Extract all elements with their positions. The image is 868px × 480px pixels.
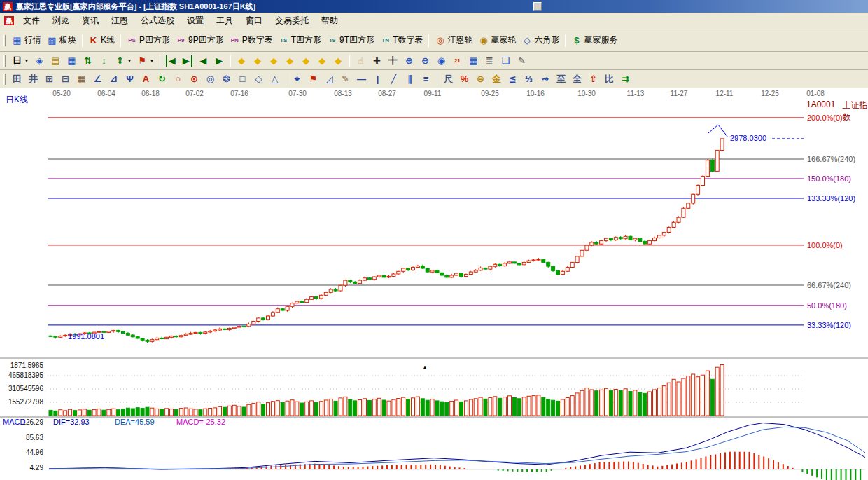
volume-bar[interactable] [295,402,299,416]
candle-body[interactable] [290,303,294,307]
volume-bar[interactable] [257,402,260,416]
candle-body[interactable] [267,316,270,320]
candle-body[interactable] [189,334,192,334]
volume-bar[interactable] [552,400,555,416]
volume-bar[interactable] [498,398,502,416]
candle-body[interactable] [450,275,454,277]
volume-bar[interactable] [542,397,545,416]
candle-body[interactable] [696,185,700,194]
p-square-9-button[interactable]: P99P四方形 [174,33,226,48]
volume-bar[interactable] [319,402,323,416]
period-label[interactable]: 日K线 [6,94,28,106]
candle-body[interactable] [218,329,222,330]
volume-bar[interactable] [430,399,434,416]
candle-body[interactable] [687,203,690,208]
text-note-button[interactable]: A [139,72,153,86]
candle-body[interactable] [412,268,415,270]
candle-body[interactable] [715,150,719,171]
volume-bar[interactable] [339,398,342,416]
cursor-cross-button[interactable]: 十 [386,54,400,68]
menu-tools[interactable]: 工具 [210,12,239,29]
horizontal-line-button[interactable]: ― [354,72,369,86]
volume-bar[interactable] [218,406,222,416]
volume-bar[interactable] [349,399,352,416]
volume-bar[interactable] [242,407,246,416]
volume-bar[interactable] [146,407,149,416]
menu-gann[interactable]: 江恩 [105,12,134,29]
volume-bar[interactable] [653,390,657,416]
stretch-vertical-button[interactable]: ↕ [97,54,111,68]
chart-area[interactable]: 05-2006-0406-1807-0207-1607-3008-1308-27… [0,88,868,480]
candle-body[interactable] [324,292,328,295]
pitchfork-button[interactable]: Ψ [122,72,137,86]
candle-body[interactable] [257,318,260,322]
gann-marker-1-button[interactable]: ◆ [234,54,249,68]
volume-bar[interactable] [286,401,289,416]
candle-body[interactable] [537,259,540,260]
volume-bar[interactable] [677,382,680,416]
circle-tool-button[interactable]: ○ [171,72,186,86]
candle-body[interactable] [624,236,627,238]
candle-body[interactable] [344,280,347,285]
volume-bar[interactable] [290,400,294,416]
candle-body[interactable] [247,324,251,326]
volume-bar[interactable] [440,402,444,416]
volume-bar[interactable] [402,397,405,416]
period-day-button[interactable]: 日▼ [10,54,31,68]
volume-bar[interactable] [354,401,357,416]
candle-body[interactable] [614,238,617,240]
volume-bar[interactable] [667,383,671,416]
volume-bar[interactable] [643,393,647,416]
volume-bar[interactable] [575,393,579,416]
candle-body[interactable] [600,241,603,245]
candle-body[interactable] [170,336,174,338]
menu-window[interactable]: 窗口 [239,12,269,29]
candle-body[interactable] [315,297,318,299]
volume-bar[interactable] [648,392,652,416]
volume-bar[interactable] [122,409,125,416]
candle-body[interactable] [440,273,444,275]
volume-bar[interactable] [605,388,608,416]
volume-bar[interactable] [214,408,217,416]
candle-body[interactable] [179,336,183,337]
menu-news[interactable]: 资讯 [76,12,105,29]
toolbar-grip[interactable] [4,74,6,85]
candle-body[interactable] [638,238,642,241]
candle-body[interactable] [49,336,52,336]
volume-bar[interactable] [672,379,676,416]
volume-bar[interactable] [189,409,192,416]
menu-help[interactable]: 帮助 [315,12,344,29]
candle-body[interactable] [209,331,212,331]
candle-body[interactable] [619,238,622,239]
volume-bar[interactable] [170,409,174,416]
candle-body[interactable] [146,340,149,341]
candle-body[interactable] [542,259,545,262]
volume-bar[interactable] [687,376,690,416]
price-grid-button[interactable]: ⊞ [42,72,57,86]
volume-bar[interactable] [517,399,521,416]
compare-tool-button[interactable]: 比 [602,72,617,86]
candle-body[interactable] [585,245,589,250]
gann-box-button[interactable]: ▦ [74,72,89,86]
candle-body[interactable] [512,262,516,263]
volume-bar[interactable] [493,397,497,416]
flag-tool-button[interactable]: ⚑ [306,72,321,86]
volume-bar[interactable] [237,406,241,416]
volume-bar[interactable] [88,410,91,416]
volume-bar[interactable] [324,400,328,416]
volume-bar[interactable] [281,402,284,416]
candle-body[interactable] [566,268,569,272]
volume-bar[interactable] [310,401,314,416]
candle-body[interactable] [184,334,188,336]
volume-bar[interactable] [484,399,487,416]
hexagon-chart-button[interactable]: ◇六角形 [519,33,561,48]
volume-bar[interactable] [126,408,130,416]
volume-bar[interactable] [590,390,594,416]
titlebar-button[interactable] [533,2,542,11]
candle-body[interactable] [310,297,314,300]
candle-body[interactable] [363,278,367,280]
candle-body[interactable] [653,238,657,241]
volume-bar[interactable] [710,379,714,416]
volume-bar[interactable] [117,410,120,416]
toolbar-grip[interactable] [4,35,6,46]
